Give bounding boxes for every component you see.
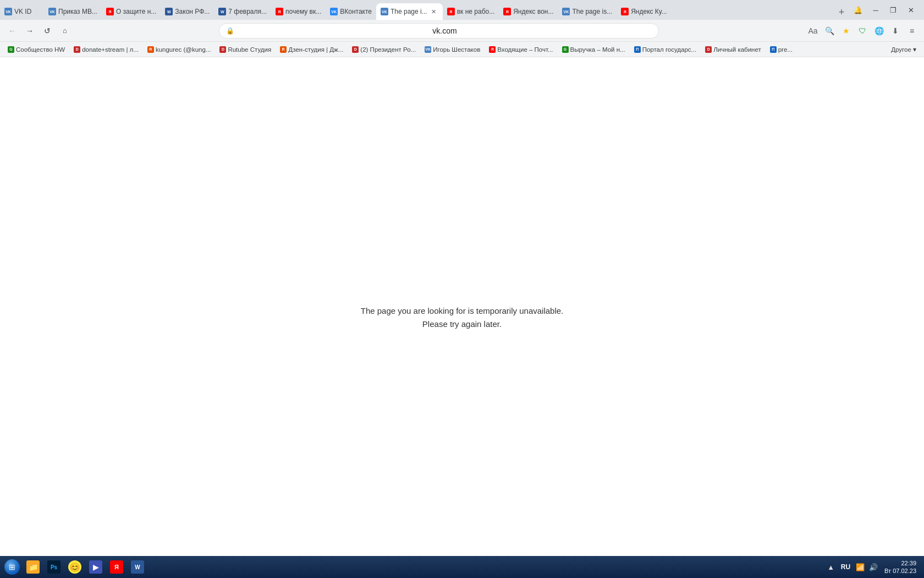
bookmark-label: Выручка – Мой н...: [570, 46, 625, 53]
bookmark-favicon: R: [147, 46, 154, 53]
tab-bar: VKVK IDVKПриказ МВ...ЯО защите н...WЗако…: [0, 0, 924, 20]
bookmark-item[interactable]: Ddonate+stream | л...: [70, 45, 142, 54]
taskbar-item-face[interactable]: 😊: [65, 558, 85, 576]
tab-close-tab-thepage[interactable]: ✕: [430, 7, 438, 16]
emoji-icon: 😊: [68, 560, 81, 574]
tab-tab-yandexvon[interactable]: ЯЯндекс вон...: [499, 3, 558, 20]
restore-btn[interactable]: ❐: [884, 2, 902, 18]
bookmark-favicon: D: [74, 46, 80, 53]
bookmark-favicon: П: [770, 46, 777, 53]
clock-date: Вт 07.02.23: [884, 567, 916, 575]
taskbar-item-yandex[interactable]: Я: [107, 558, 127, 576]
error-message: The page you are looking for is temporar…: [361, 304, 564, 331]
taskbar-item-video[interactable]: ▶: [86, 558, 106, 576]
yandex-icon: Я: [110, 560, 123, 574]
bookmark-item[interactable]: VKИгорь Шестаков: [421, 45, 483, 54]
tab-favicon-tab-vkontakte: VK: [330, 8, 338, 15]
tab-tab-vkontakte[interactable]: VKВКонтакте: [326, 3, 376, 20]
bookmarks-more-button[interactable]: Другое ▾: [888, 45, 920, 54]
tab-label-tab-thepageis: The page is...: [572, 8, 612, 15]
bookmark-label: Сообщество HW: [16, 46, 65, 53]
bookmark-favicon: R: [280, 46, 287, 53]
tab-tab-7feb[interactable]: W7 февраля...: [214, 3, 271, 20]
clock-time: 22:39: [884, 559, 916, 567]
tab-label-tab-vknerabo: вк не рабо...: [457, 8, 495, 15]
forward-button[interactable]: →: [22, 23, 37, 39]
bookmark-label: Портал государс...: [642, 46, 697, 53]
bookmark-item[interactable]: ЯВходящие – Почт...: [486, 45, 556, 54]
back-button[interactable]: ←: [4, 23, 20, 39]
search-button[interactable]: 🔍: [822, 23, 837, 39]
error-line1: The page you are looking for is temporar…: [361, 304, 564, 318]
bookmark-label: Дзен-студия | Дж...: [288, 46, 343, 53]
tab-label-tab-vkid: VK ID: [14, 8, 40, 15]
bookmark-item[interactable]: RДзен-студия | Дж...: [277, 45, 346, 54]
tab-tab-zakon[interactable]: WЗакон РФ...: [161, 3, 214, 20]
taskbar-item-files[interactable]: 📁: [23, 558, 43, 576]
word-icon: W: [131, 560, 144, 574]
bookmark-item[interactable]: GСообщество HW: [4, 45, 68, 54]
taskbar-item-word[interactable]: W: [128, 558, 147, 576]
bookmark-item[interactable]: GВыручка – Мой н...: [559, 45, 629, 54]
tab-tab-vknerabo[interactable]: Явк не рабо...: [443, 3, 499, 20]
start-orb-icon: ⊞: [4, 559, 20, 575]
browser-window: VKVK IDVKПриказ МВ...ЯО защите н...WЗако…: [0, 0, 924, 578]
tab-tab-ozaschite[interactable]: ЯО защите н...: [102, 3, 161, 20]
tray-network-icon[interactable]: 📶: [855, 561, 866, 572]
bookmark-item[interactable]: DRutube Студия: [216, 45, 274, 54]
tab-label-tab-pochemu: почему вк...: [285, 8, 321, 15]
start-button[interactable]: ⊞: [2, 557, 22, 577]
tab-label-tab-7feb: 7 февраля...: [228, 8, 267, 15]
taskbar-item-ps[interactable]: Ps: [44, 558, 64, 576]
bookmark-item[interactable]: D(2) Президент Ро...: [349, 45, 419, 54]
tab-tab-yandexku[interactable]: ЯЯндекс Ку...: [617, 3, 671, 20]
tab-favicon-tab-thepageis: VK: [562, 8, 570, 15]
lock-icon: 🔒: [226, 27, 234, 35]
bookmark-button[interactable]: ★: [838, 23, 854, 39]
tab-favicon-tab-zakon: W: [165, 8, 173, 15]
bookmark-item[interactable]: ППортал государс...: [631, 45, 700, 54]
extensions-button[interactable]: 🌐: [871, 23, 887, 39]
tab-label-tab-yandexku: Яндекс Ку...: [631, 8, 667, 15]
tab-tab-thepage[interactable]: VKThe page i...✕: [376, 3, 443, 20]
tab-favicon-tab-7feb: W: [218, 8, 226, 15]
url-text: vk.com: [238, 26, 652, 35]
tab-favicon-tab-vknerabo: Я: [447, 8, 455, 15]
language-indicator[interactable]: RU: [839, 563, 853, 571]
home-button[interactable]: ⌂: [57, 23, 73, 39]
bookmarks-bar: GСообщество HWDdonate+stream | л...Rkung…: [0, 42, 924, 57]
taskbar-clock[interactable]: 22:39 Вт 07.02.23: [881, 559, 920, 575]
downloads-button[interactable]: ⬇: [888, 23, 903, 39]
close-btn[interactable]: ✕: [902, 2, 920, 18]
menu-button[interactable]: ≡: [904, 23, 920, 39]
tab-favicon-tab-yandexvon: Я: [503, 8, 511, 15]
minimize-btn[interactable]: ─: [867, 2, 884, 18]
bookmark-label: Личный кабинет: [713, 46, 761, 53]
tab-label-tab-prikaz: Приказ МВ...: [58, 8, 97, 15]
bookmark-favicon: G: [562, 46, 569, 53]
tab-favicon-tab-vkid: VK: [4, 8, 12, 15]
bookmark-favicon: D: [705, 46, 712, 53]
error-line2: Please try again later.: [361, 318, 564, 331]
bookmark-item[interactable]: Пpre...: [767, 45, 796, 54]
vpn-button[interactable]: 🛡: [855, 23, 870, 39]
bookmark-favicon: П: [634, 46, 641, 53]
tray-expand-icon[interactable]: ▲: [826, 561, 837, 572]
bookmark-item[interactable]: Rkungurec (@kung...: [144, 45, 215, 54]
video-icon: ▶: [89, 560, 102, 574]
page-content: The page you are looking for is temporar…: [0, 57, 924, 578]
tab-tab-prikaz[interactable]: VKПриказ МВ...: [44, 3, 102, 20]
tray-volume-icon[interactable]: 🔊: [868, 561, 879, 572]
tab-tab-pochemu[interactable]: Япочему вк...: [271, 3, 326, 20]
tab-tab-thepageis[interactable]: VKThe page is...: [558, 3, 617, 20]
bookmark-label: donate+stream | л...: [82, 46, 139, 53]
refresh-button[interactable]: ↺: [40, 23, 55, 39]
tab-tab-vkid[interactable]: VKVK ID: [0, 3, 44, 20]
address-bar[interactable]: 🔒 vk.com: [219, 23, 659, 39]
bookmark-item[interactable]: DЛичный кабинет: [702, 45, 765, 54]
read-mode-button[interactable]: Aa: [805, 23, 821, 39]
notifications-btn[interactable]: 🔔: [849, 2, 867, 18]
new-tab-button[interactable]: +: [834, 4, 849, 20]
bookmark-label: kungurec (@kung...: [156, 46, 211, 53]
tab-label-tab-thepage: The page i...: [391, 8, 427, 15]
